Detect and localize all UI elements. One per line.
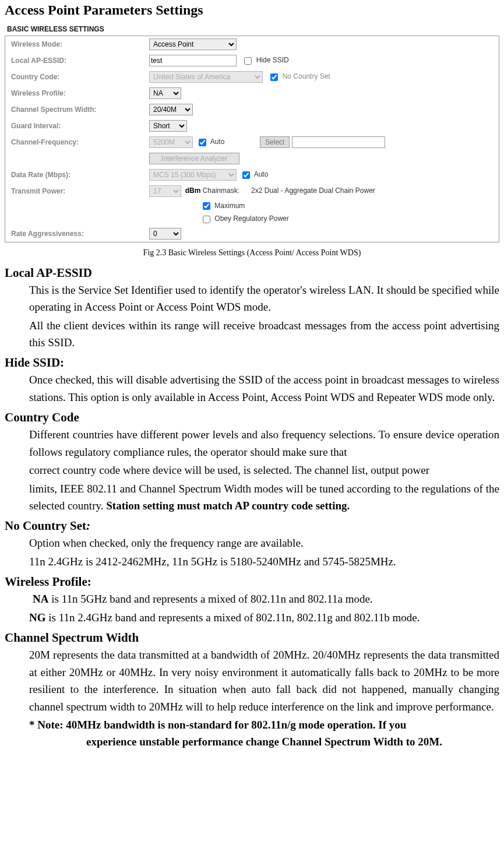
text-wireless-profile-ng: NG is 11n 2.4GHz band and represents a m… <box>29 609 499 626</box>
text-wireless-profile-na: NA is 11n 5GHz band and represents a mix… <box>33 590 499 607</box>
text-country-code-2: correct country code where device will b… <box>29 462 499 478</box>
wireless-mode-select[interactable]: Access Point <box>149 38 237 50</box>
heading-wireless-profile: Wireless Profile: <box>5 575 499 589</box>
heading-local-ap-essid: Local AP-ESSID <box>5 266 499 280</box>
text-no-country-set-2: 11n 2.4GHz is 2412-2462MHz, 11n 5GHz is … <box>29 553 499 570</box>
text-country-code-3: limits, IEEE 802.11 and Channel Spectrum… <box>29 480 499 515</box>
country-code-select[interactable]: United States of America <box>149 71 263 83</box>
text-hide-ssid: Once checked, this will disable advertis… <box>29 371 499 406</box>
label-channel-frequency: Channel-Frequency: <box>5 134 146 150</box>
label-wireless-profile: Wireless Profile: <box>5 85 146 101</box>
select-channel-button[interactable]: Select <box>260 136 290 148</box>
label-wireless-mode: Wireless Mode: <box>5 36 146 52</box>
data-rate-select[interactable]: MCS 15 (300 Mbps) <box>149 169 237 181</box>
maximum-power-checkbox[interactable] <box>203 202 210 210</box>
hide-ssid-checkbox[interactable] <box>244 57 252 65</box>
channel-spectrum-select[interactable]: 20/40M <box>149 104 193 115</box>
maximum-power-label: Maximum <box>214 202 245 210</box>
heading-no-country-set: No Country Set: <box>5 519 499 533</box>
no-country-set-checkbox[interactable] <box>270 73 278 81</box>
channel-frequency-select[interactable]: 5200M <box>149 136 193 148</box>
wireless-profile-select[interactable]: NA <box>149 87 181 99</box>
guard-interval-select[interactable]: Short <box>149 120 187 132</box>
chainmask-label: Chainmask: <box>203 187 239 195</box>
interference-analyzer-button[interactable]: Interference Analyzer <box>149 153 239 164</box>
transmit-power-select[interactable]: 17 <box>149 185 181 197</box>
label-transmit-power: Transmit Power: <box>5 183 146 199</box>
no-country-set-label: No Country Set <box>283 72 330 80</box>
heading-hide-ssid: Hide SSID: <box>5 356 499 370</box>
heading-country-code: Country Code <box>5 410 499 425</box>
label-channel-spectrum: Channel Spectrum Width: <box>5 101 146 118</box>
channel-auto-checkbox[interactable] <box>199 139 206 146</box>
label-rate-aggressiveness: Rate Aggressiveness: <box>5 226 146 242</box>
text-channel-spectrum: 20M represents the data transmitted at a… <box>29 646 499 715</box>
data-rate-auto-label: Auto <box>254 170 269 178</box>
obey-regulatory-checkbox[interactable] <box>203 216 210 223</box>
note-line-2: experience unstable performance change C… <box>86 733 499 750</box>
figure-caption: Fig 2.3 Basic Wireless Settings (Access … <box>5 248 499 258</box>
label-local-ap-essid: Local AP-ESSID: <box>5 52 146 69</box>
selected-channels-input[interactable] <box>292 136 385 148</box>
note-line-1: * Note: 40MHz bandwidth is non-standard … <box>29 716 499 733</box>
text-no-country-set-1: Option when checked, only the frequency … <box>29 534 499 551</box>
hide-ssid-label: Hide SSID <box>256 56 289 64</box>
heading-channel-spectrum-width: Channel Spectrum Width <box>5 631 499 645</box>
rate-aggressiveness-select[interactable]: 0 <box>149 228 181 240</box>
obey-regulatory-label: Obey Regulatory Power <box>214 214 288 223</box>
label-country-code: Country Code: <box>5 69 146 85</box>
chainmask-value: 2x2 Dual - Aggregate Dual Chain Power <box>251 187 375 195</box>
local-ap-essid-input[interactable] <box>149 55 237 66</box>
label-data-rate: Data Rate (Mbps): <box>5 167 146 183</box>
data-rate-auto-checkbox[interactable] <box>242 171 250 179</box>
dbm-label: dBm <box>185 187 201 195</box>
text-country-code-1: Different countries have different power… <box>29 426 499 460</box>
basic-wireless-panel: Wireless Mode: Access Point Local AP-ESS… <box>5 36 499 242</box>
label-guard-interval: Guard Interval: <box>5 118 146 134</box>
page-title: Access Point Parameters Settings <box>5 2 499 18</box>
figure-basic-wireless: BASIC WIRELESS SETTINGS Wireless Mode: A… <box>5 25 499 242</box>
text-local-ap-essid-2: All the client devices within its range … <box>29 317 499 351</box>
panel-heading: BASIC WIRELESS SETTINGS <box>7 25 499 33</box>
text-local-ap-essid-1: This is the Service Set Identifier used … <box>29 281 499 316</box>
channel-auto-label: Auto <box>210 138 225 146</box>
